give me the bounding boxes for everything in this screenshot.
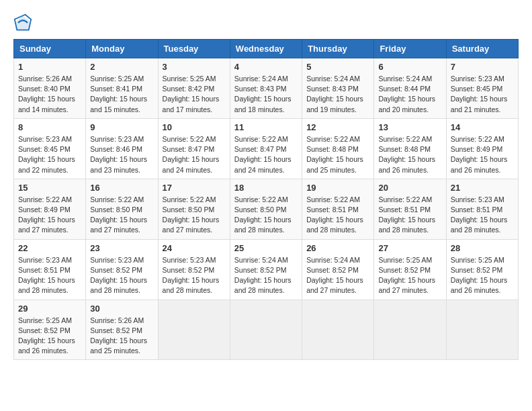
day-number: 18: [234, 183, 298, 193]
day-number: 28: [451, 243, 514, 253]
day-cell: 10Sunrise: 5:22 AM Sunset: 8:47 PM Dayli…: [158, 118, 230, 179]
day-number: 17: [163, 183, 226, 193]
day-cell: 15Sunrise: 5:22 AM Sunset: 8:49 PM Dayli…: [14, 179, 86, 239]
day-info: Sunrise: 5:26 AM Sunset: 8:52 PM Dayligh…: [90, 316, 153, 357]
day-info: Sunrise: 5:23 AM Sunset: 8:46 PM Dayligh…: [90, 134, 153, 175]
day-info: Sunrise: 5:23 AM Sunset: 8:45 PM Dayligh…: [451, 74, 514, 115]
day-info: Sunrise: 5:22 AM Sunset: 8:47 PM Dayligh…: [234, 134, 298, 175]
week-row-4: 22Sunrise: 5:23 AM Sunset: 8:51 PM Dayli…: [14, 239, 519, 300]
day-number: 8: [18, 122, 81, 132]
day-number: 5: [306, 62, 369, 72]
day-cell: [446, 300, 518, 360]
day-info: Sunrise: 5:22 AM Sunset: 8:50 PM Dayligh…: [234, 195, 298, 236]
day-info: Sunrise: 5:26 AM Sunset: 8:40 PM Dayligh…: [18, 74, 81, 115]
day-number: 24: [163, 243, 226, 253]
day-info: Sunrise: 5:23 AM Sunset: 8:52 PM Dayligh…: [163, 255, 226, 296]
day-number: 9: [90, 122, 153, 132]
week-row-5: 29Sunrise: 5:25 AM Sunset: 8:52 PM Dayli…: [14, 300, 519, 360]
day-number: 12: [306, 122, 369, 132]
day-info: Sunrise: 5:22 AM Sunset: 8:48 PM Dayligh…: [306, 134, 369, 175]
day-info: Sunrise: 5:23 AM Sunset: 8:45 PM Dayligh…: [18, 134, 81, 175]
day-cell: 21Sunrise: 5:23 AM Sunset: 8:51 PM Dayli…: [446, 179, 518, 239]
day-cell: [302, 300, 374, 360]
day-cell: 28Sunrise: 5:25 AM Sunset: 8:52 PM Dayli…: [446, 239, 518, 300]
day-number: 10: [163, 122, 226, 132]
day-cell: 6Sunrise: 5:24 AM Sunset: 8:44 PM Daylig…: [374, 58, 446, 119]
day-info: Sunrise: 5:25 AM Sunset: 8:41 PM Dayligh…: [90, 74, 153, 115]
day-info: Sunrise: 5:24 AM Sunset: 8:44 PM Dayligh…: [378, 74, 441, 115]
day-cell: 3Sunrise: 5:25 AM Sunset: 8:42 PM Daylig…: [158, 58, 230, 119]
day-number: 30: [90, 304, 153, 314]
day-number: 4: [234, 62, 298, 72]
logo-icon: [13, 13, 32, 32]
day-number: 20: [378, 183, 441, 193]
day-cell: 29Sunrise: 5:25 AM Sunset: 8:52 PM Dayli…: [14, 300, 86, 360]
page-header: [13, 13, 519, 32]
day-info: Sunrise: 5:25 AM Sunset: 8:52 PM Dayligh…: [18, 316, 81, 357]
day-number: 3: [163, 62, 226, 72]
day-number: 14: [451, 122, 514, 132]
day-cell: 24Sunrise: 5:23 AM Sunset: 8:52 PM Dayli…: [158, 239, 230, 300]
day-number: 21: [451, 183, 514, 193]
day-info: Sunrise: 5:24 AM Sunset: 8:52 PM Dayligh…: [306, 255, 369, 296]
calendar-header-row: SundayMondayTuesdayWednesdayThursdayFrid…: [14, 40, 519, 58]
day-info: Sunrise: 5:22 AM Sunset: 8:51 PM Dayligh…: [378, 195, 441, 236]
calendar-table: SundayMondayTuesdayWednesdayThursdayFrid…: [13, 39, 519, 360]
day-cell: 23Sunrise: 5:23 AM Sunset: 8:52 PM Dayli…: [86, 239, 158, 300]
col-header-saturday: Saturday: [446, 40, 518, 58]
day-info: Sunrise: 5:22 AM Sunset: 8:49 PM Dayligh…: [18, 195, 81, 236]
day-info: Sunrise: 5:22 AM Sunset: 8:51 PM Dayligh…: [306, 195, 369, 236]
day-info: Sunrise: 5:22 AM Sunset: 8:49 PM Dayligh…: [451, 134, 514, 175]
day-info: Sunrise: 5:23 AM Sunset: 8:52 PM Dayligh…: [90, 255, 153, 296]
col-header-wednesday: Wednesday: [230, 40, 302, 58]
day-cell: 13Sunrise: 5:22 AM Sunset: 8:48 PM Dayli…: [374, 118, 446, 179]
day-info: Sunrise: 5:23 AM Sunset: 8:51 PM Dayligh…: [18, 255, 81, 296]
day-cell: [230, 300, 302, 360]
col-header-sunday: Sunday: [14, 40, 86, 58]
day-cell: 16Sunrise: 5:22 AM Sunset: 8:50 PM Dayli…: [86, 179, 158, 239]
day-cell: 25Sunrise: 5:24 AM Sunset: 8:52 PM Dayli…: [230, 239, 302, 300]
day-cell: 8Sunrise: 5:23 AM Sunset: 8:45 PM Daylig…: [14, 118, 86, 179]
day-number: 7: [451, 62, 514, 72]
day-number: 29: [18, 304, 81, 314]
day-info: Sunrise: 5:22 AM Sunset: 8:48 PM Dayligh…: [378, 134, 441, 175]
logo: [13, 13, 35, 32]
day-cell: 18Sunrise: 5:22 AM Sunset: 8:50 PM Dayli…: [230, 179, 302, 239]
day-info: Sunrise: 5:22 AM Sunset: 8:47 PM Dayligh…: [163, 134, 226, 175]
day-cell: 7Sunrise: 5:23 AM Sunset: 8:45 PM Daylig…: [446, 58, 518, 119]
week-row-3: 15Sunrise: 5:22 AM Sunset: 8:49 PM Dayli…: [14, 179, 519, 239]
day-cell: 22Sunrise: 5:23 AM Sunset: 8:51 PM Dayli…: [14, 239, 86, 300]
day-cell: 27Sunrise: 5:25 AM Sunset: 8:52 PM Dayli…: [374, 239, 446, 300]
day-number: 1: [18, 62, 81, 72]
day-number: 11: [234, 122, 298, 132]
col-header-tuesday: Tuesday: [158, 40, 230, 58]
day-cell: 2Sunrise: 5:25 AM Sunset: 8:41 PM Daylig…: [86, 58, 158, 119]
day-cell: 11Sunrise: 5:22 AM Sunset: 8:47 PM Dayli…: [230, 118, 302, 179]
week-row-2: 8Sunrise: 5:23 AM Sunset: 8:45 PM Daylig…: [14, 118, 519, 179]
day-cell: 19Sunrise: 5:22 AM Sunset: 8:51 PM Dayli…: [302, 179, 374, 239]
day-info: Sunrise: 5:24 AM Sunset: 8:52 PM Dayligh…: [234, 255, 298, 296]
day-number: 27: [378, 243, 441, 253]
day-cell: 30Sunrise: 5:26 AM Sunset: 8:52 PM Dayli…: [86, 300, 158, 360]
day-cell: 1Sunrise: 5:26 AM Sunset: 8:40 PM Daylig…: [14, 58, 86, 119]
day-info: Sunrise: 5:25 AM Sunset: 8:42 PM Dayligh…: [163, 74, 226, 115]
col-header-friday: Friday: [374, 40, 446, 58]
col-header-monday: Monday: [86, 40, 158, 58]
col-header-thursday: Thursday: [302, 40, 374, 58]
day-number: 25: [234, 243, 298, 253]
day-number: 2: [90, 62, 153, 72]
day-info: Sunrise: 5:24 AM Sunset: 8:43 PM Dayligh…: [306, 74, 369, 115]
day-info: Sunrise: 5:22 AM Sunset: 8:50 PM Dayligh…: [163, 195, 226, 236]
day-info: Sunrise: 5:23 AM Sunset: 8:51 PM Dayligh…: [451, 195, 514, 236]
day-info: Sunrise: 5:25 AM Sunset: 8:52 PM Dayligh…: [451, 255, 514, 296]
day-number: 26: [306, 243, 369, 253]
day-number: 6: [378, 62, 441, 72]
day-cell: 14Sunrise: 5:22 AM Sunset: 8:49 PM Dayli…: [446, 118, 518, 179]
day-number: 16: [90, 183, 153, 193]
day-cell: [158, 300, 230, 360]
day-cell: 5Sunrise: 5:24 AM Sunset: 8:43 PM Daylig…: [302, 58, 374, 119]
day-number: 23: [90, 243, 153, 253]
day-cell: [374, 300, 446, 360]
week-row-1: 1Sunrise: 5:26 AM Sunset: 8:40 PM Daylig…: [14, 58, 519, 119]
day-cell: 12Sunrise: 5:22 AM Sunset: 8:48 PM Dayli…: [302, 118, 374, 179]
